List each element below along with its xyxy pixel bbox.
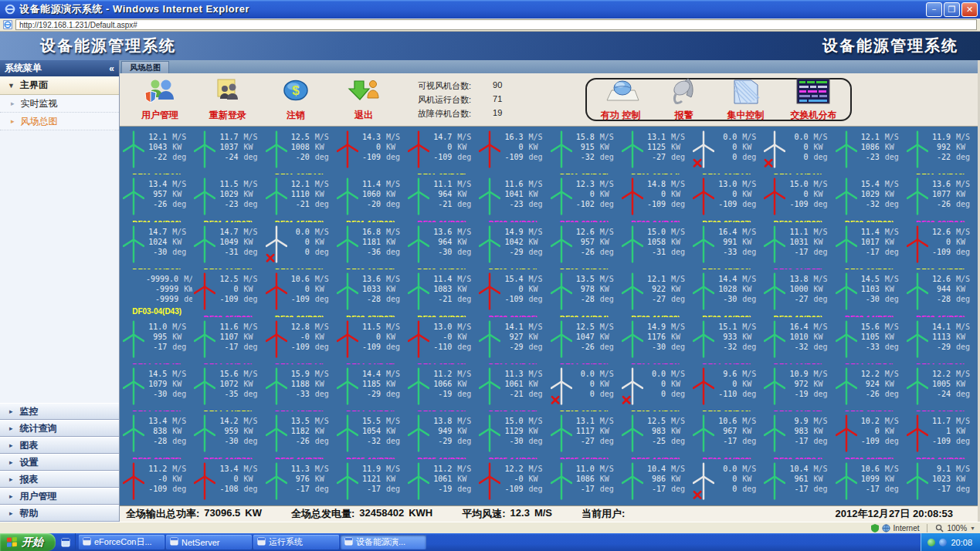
turbine-cell[interactable]: 12.2M/S-0KW-109degDF06-10(D92): [477, 459, 548, 505]
turbine-cell[interactable]: 10.6M/S1099KW-17degDF06-15(D97): [834, 459, 905, 505]
turbine-cell[interactable]: 15.4M/S1029KW-32degDF02-07(D29): [834, 174, 905, 221]
turbine-cell[interactable]: 11.4M/S1083KW-21degDF03-08(D36): [406, 269, 477, 316]
control-button-有功 控制[interactable]: 有功 控制: [601, 77, 640, 122]
turbine-cell[interactable]: 15.5M/S1054KW-32degDF05-12(D78): [335, 411, 406, 458]
turbine-cell[interactable]: 14.9M/S1042KW-29degDF02-14(D04): [477, 222, 548, 269]
sidebar-section-统计查询[interactable]: ▸统计查询: [0, 420, 119, 437]
turbine-cell[interactable]: 11.6M/S1041KW-23degDF02-02(D31): [477, 174, 548, 221]
sidebar-item-实时监视[interactable]: ▸实时监视: [0, 95, 119, 113]
turbine-cell[interactable]: 11.6M/S1107KW-17degDF04-02(D46): [192, 317, 263, 364]
sidebar-section-帮助[interactable]: ▸帮助: [0, 505, 119, 522]
turbine-cell[interactable]: 12.6M/S944KW-28degDF03-15(D59): [905, 269, 976, 316]
turbine-cell[interactable]: 15.0M/S1129KW-30degDF05-14(D80): [477, 411, 548, 458]
turbine-cell[interactable]: 12.5M/S0KW-109degDF03-05(D39): [192, 269, 263, 316]
turbine-cell[interactable]: 14.7M/S1049KW-31degDF02-10(D22): [192, 222, 263, 269]
turbine-cell[interactable]: 11.0M/S995KW-17degDF04-01(D45): [121, 317, 192, 364]
sidebar-item-main-view[interactable]: ▼ 主界面: [0, 76, 119, 95]
close-button[interactable]: ✕: [961, 2, 978, 17]
control-button-集中控制[interactable]: 集中控制: [727, 77, 764, 122]
turbine-cell[interactable]: 11.2M/S1061KW-19degDF06-09(D91): [406, 459, 477, 505]
turbine-cell[interactable]: 10.4M/S986KW-17degDF06-12(D94): [620, 459, 691, 505]
toolbar-button-退出[interactable]: 退出: [330, 78, 398, 122]
turbine-cell[interactable]: 14.9M/S1176KW-30degDF04-08(D51): [620, 317, 691, 364]
sidebar-section-监控[interactable]: ▸监控: [0, 403, 119, 420]
control-button-报警[interactable]: 报警: [666, 77, 700, 122]
turbine-cell[interactable]: 14.5M/S1103KW-30degDF03-14(D58): [834, 269, 905, 316]
turbine-cell[interactable]: 16.3M/S0KW-109deg: [477, 127, 548, 174]
turbine-cell[interactable]: 10.4M/S961KW-17degDF06-14(D96): [762, 459, 833, 505]
turbine-cell[interactable]: 14.7M/S0KW-109degDF01-05(D17): [406, 127, 477, 174]
turbine-cell[interactable]: 0.0M/S0KW0degDF05-04(D63): [620, 364, 691, 411]
turbine-cell[interactable]: 10.2M/S0KW-109degDF06-03(D85): [834, 411, 905, 458]
turbine-cell[interactable]: 9.1M/S1023KW-17degDF06-16(D98): [905, 459, 976, 505]
turbine-cell[interactable]: 13.0M/S-0KW-110degDF04-05(D48): [406, 317, 477, 364]
turbine-cell[interactable]: 9.9M/S983KW-17degDF06-02(D84): [762, 411, 833, 458]
turbine-cell[interactable]: 12.5M/S1008KW-20degDF01-03(D19): [264, 127, 335, 174]
turbine-cell[interactable]: 0.0M/S0KW0degDF06-13(D95): [691, 459, 762, 505]
turbine-cell[interactable]: 12.6M/S957KW-26degDF02-15(D03): [549, 222, 620, 269]
turbine-cell[interactable]: 12.1M/S1110KW-21degDF01-15(D08): [264, 174, 335, 221]
tab-wind-farm-map[interactable]: 风场总图: [121, 61, 169, 73]
turbine-cell[interactable]: 12.2M/S1005KW-24degDF05-08(D69): [905, 364, 976, 411]
turbine-cell[interactable]: 11.7M/S1037KW-24deg: [192, 127, 263, 174]
turbine-cell[interactable]: 11.7M/S1KW-109degDF06-04(D86): [905, 411, 976, 458]
turbine-cell[interactable]: 13.0M/S0KW-109degDF02-05(D27): [691, 174, 762, 221]
toolbar-button-用户管理[interactable]: 用户管理: [126, 78, 194, 122]
turbine-cell[interactable]: 0.0M/S0KW0degDF05-03(D64): [549, 364, 620, 411]
turbine-cell[interactable]: 16.4M/S1010KW-32degDF04-10(D53): [762, 317, 833, 364]
turbine-cell[interactable]: 12.5M/S1047KW-26degDF04-07(D50): [549, 317, 620, 364]
turbine-cell[interactable]: 9.6M/S0KW-110degDF05-05(D62): [691, 364, 762, 411]
quick-launch-icon[interactable]: [61, 538, 70, 547]
turbine-cell[interactable]: 14.4M/S1185KW-29degDF04-16(D74): [335, 364, 406, 411]
turbine-cell[interactable]: 12.3M/S0KW-102degDF02-03(D41): [549, 174, 620, 221]
turbine-cell[interactable]: 14.8M/S0KW-109degDF02-04(D42): [620, 174, 691, 221]
control-button-交换机分布[interactable]: 交换机分布: [790, 77, 836, 122]
toolbar-button-重新登录[interactable]: 重新登录: [194, 78, 262, 122]
turbine-cell[interactable]: 14.7M/S1024KW-30degDF02-09(D23): [121, 222, 192, 269]
zoom-dropdown-icon[interactable]: ▼: [970, 526, 975, 531]
turbine-cell[interactable]: 14.2M/S959KW-30degDF05-10(D76): [192, 411, 263, 458]
start-button[interactable]: 开始: [0, 533, 56, 551]
taskbar-button-eForceCon日...[interactable]: eForceCon日...: [79, 535, 164, 549]
minimize-button[interactable]: －: [926, 2, 942, 17]
toolbar-button-注销[interactable]: $注销: [262, 78, 330, 122]
turbine-cell[interactable]: 11.2M/S-0KW-109degDF06-05(D87): [121, 459, 192, 505]
turbine-cell[interactable]: 12.6M/S0KW-109degDF03-03(D55): [905, 222, 976, 269]
tray-status-icon[interactable]: [939, 539, 947, 546]
turbine-cell[interactable]: 0.0M/S0KW0degDF01-09(D10): [691, 127, 762, 174]
turbine-cell[interactable]: 11.2M/S1066KW-19degDF05-01(D66): [406, 364, 477, 411]
turbine-cell[interactable]: 14.1M/S927KW-29degDF04-06(D49): [477, 317, 548, 364]
turbine-cell[interactable]: 13.5M/S1182KW-26degDF05-11(D77): [264, 411, 335, 458]
restore-button[interactable]: ❐: [944, 2, 960, 17]
taskbar-button-NetServer[interactable]: NetServer: [166, 535, 252, 549]
turbine-cell[interactable]: 14.3M/S0KW-109deg: [335, 127, 406, 174]
tray-network-icon[interactable]: [927, 539, 935, 546]
turbine-cell[interactable]: 14.5M/S1079KW-30degDF04-13(D71): [121, 364, 192, 411]
turbine-cell[interactable]: 10.6M/S967KW-17degDF06-01(D83): [691, 411, 762, 458]
turbine-cell[interactable]: 14.4M/S1028KW-30degDF03-12(D32): [691, 269, 762, 316]
turbine-cell[interactable]: 12.8M/S-0KW-109degDF04-03(D44): [264, 317, 335, 364]
url-field[interactable]: http://192.168.1.231/Default.aspx#: [15, 19, 977, 30]
turbine-cell[interactable]: 13.4M/S957KW-26degDF01-13(D06): [121, 174, 192, 221]
turbine-cell[interactable]: 12.5M/S983KW-25degDF05-16(D82): [620, 411, 691, 458]
turbine-cell[interactable]: 13.6M/S1077KW-26degDF02-08(D24): [905, 174, 976, 221]
turbine-cell[interactable]: 11.1M/S1031KW-17degDF03-01(D57): [762, 222, 833, 269]
turbine-cell[interactable]: 13.4M/S838KW-28degDF05-09(D75): [121, 411, 192, 458]
turbine-cell[interactable]: 11.5M/S0KW-109degDF04-04(D47): [335, 317, 406, 364]
turbine-cell[interactable]: 13.6M/S1033KW-28degDF03-07(D37): [335, 269, 406, 316]
turbine-cell[interactable]: 11.1M/S964KW-21degDF02-01(D30): [406, 174, 477, 221]
turbine-cell[interactable]: 15.9M/S1188KW-33degDF04-15(D73): [264, 364, 335, 411]
turbine-cell[interactable]: 0.0M/S0KW0degDF02-11(D26): [264, 222, 335, 269]
turbine-cell[interactable]: 13.5M/S978KW-28degDF03-10(D34): [549, 269, 620, 316]
turbine-cell[interactable]: 10.9M/S972KW-19degDF05-06(D67): [762, 364, 833, 411]
sidebar-section-设置[interactable]: ▸设置: [0, 454, 119, 471]
turbine-cell[interactable]: 12.2M/S924KW-26degDF05-07(D68): [834, 364, 905, 411]
turbine-cell[interactable]: 13.1M/S1125KW-27degDF01-08(D14): [620, 127, 691, 174]
turbine-cell[interactable]: 11.3M/S1061KW-21degDF05-02(D65): [477, 364, 548, 411]
turbine-cell[interactable]: 15.8M/S915KW-32degDF01-07(D15): [549, 127, 620, 174]
sidebar-section-用户管理[interactable]: ▸用户管理: [0, 488, 119, 505]
taskbar-button-设备能源演...[interactable]: 设备能源演...: [341, 535, 426, 549]
taskbar-button-运行系统[interactable]: 运行系统: [253, 535, 339, 549]
turbine-cell[interactable]: 0.0M/S0KW0degDF01-10(D11): [762, 127, 833, 174]
turbine-cell[interactable]: 11.9M/S1121KW-17degDF06-08(D90): [335, 459, 406, 505]
